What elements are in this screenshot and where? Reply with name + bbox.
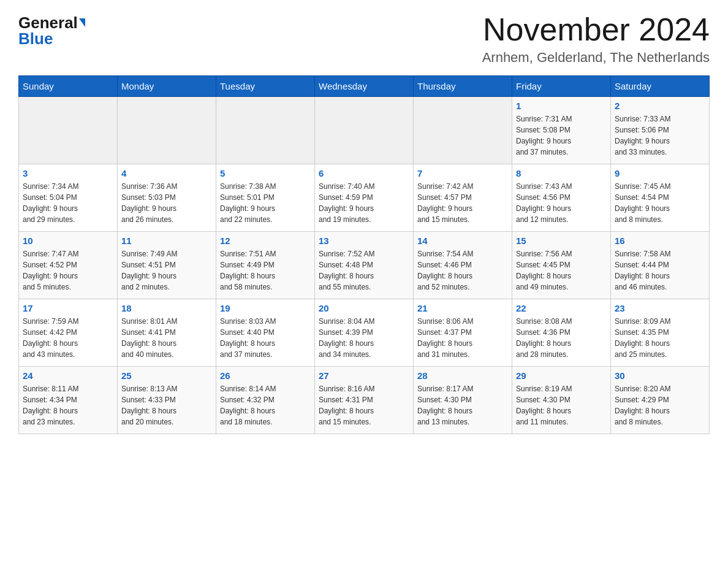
day-cell: 11Sunrise: 7:49 AM Sunset: 4:51 PM Dayli… — [118, 232, 216, 299]
logo-general: General — [18, 15, 78, 31]
day-cell: 24Sunrise: 8:11 AM Sunset: 4:34 PM Dayli… — [19, 367, 118, 434]
week-row-2: 3Sunrise: 7:34 AM Sunset: 5:04 PM Daylig… — [19, 164, 710, 232]
day-info: Sunrise: 8:19 AM Sunset: 4:30 PM Dayligh… — [516, 383, 607, 427]
day-number: 16 — [615, 236, 705, 246]
day-info: Sunrise: 7:49 AM Sunset: 4:51 PM Dayligh… — [121, 248, 212, 293]
day-cell: 13Sunrise: 7:52 AM Sunset: 4:48 PM Dayli… — [315, 232, 414, 299]
day-number: 25 — [121, 370, 212, 381]
day-cell: 4Sunrise: 7:36 AM Sunset: 5:03 PM Daylig… — [118, 164, 216, 232]
day-info: Sunrise: 7:52 AM Sunset: 4:48 PM Dayligh… — [319, 248, 409, 293]
title-block: November 2024 Arnhem, Gelderland, The Ne… — [482, 12, 710, 66]
day-number: 1 — [516, 101, 607, 111]
day-cell: 30Sunrise: 8:20 AM Sunset: 4:29 PM Dayli… — [611, 367, 710, 434]
day-number: 9 — [615, 168, 705, 178]
day-number: 22 — [516, 303, 607, 313]
day-info: Sunrise: 7:42 AM Sunset: 4:57 PM Dayligh… — [417, 181, 508, 225]
day-info: Sunrise: 8:08 AM Sunset: 4:36 PM Dayligh… — [516, 316, 607, 360]
day-info: Sunrise: 8:01 AM Sunset: 4:41 PM Dayligh… — [121, 316, 212, 360]
day-cell: 15Sunrise: 7:56 AM Sunset: 4:45 PM Dayli… — [512, 232, 611, 299]
day-info: Sunrise: 8:04 AM Sunset: 4:39 PM Dayligh… — [319, 316, 409, 360]
day-info: Sunrise: 8:16 AM Sunset: 4:31 PM Dayligh… — [319, 383, 409, 427]
week-row-4: 17Sunrise: 7:59 AM Sunset: 4:42 PM Dayli… — [19, 299, 710, 367]
logo-arrow-icon — [79, 18, 85, 27]
day-info: Sunrise: 8:11 AM Sunset: 4:34 PM Dayligh… — [23, 383, 113, 427]
week-row-5: 24Sunrise: 8:11 AM Sunset: 4:34 PM Dayli… — [19, 367, 710, 434]
page-title: November 2024 — [482, 12, 710, 47]
day-cell — [216, 97, 315, 164]
day-number: 29 — [516, 370, 607, 381]
day-number: 28 — [417, 370, 508, 381]
day-number: 12 — [220, 236, 311, 246]
col-header-monday: Monday — [118, 76, 216, 97]
day-cell: 26Sunrise: 8:14 AM Sunset: 4:32 PM Dayli… — [216, 367, 315, 434]
day-number: 4 — [121, 168, 212, 178]
day-cell: 6Sunrise: 7:40 AM Sunset: 4:59 PM Daylig… — [315, 164, 414, 232]
day-info: Sunrise: 7:33 AM Sunset: 5:06 PM Dayligh… — [615, 113, 705, 158]
col-header-thursday: Thursday — [414, 76, 512, 97]
day-cell: 12Sunrise: 7:51 AM Sunset: 4:49 PM Dayli… — [216, 232, 315, 299]
col-header-wednesday: Wednesday — [315, 76, 414, 97]
day-cell: 18Sunrise: 8:01 AM Sunset: 4:41 PM Dayli… — [118, 299, 216, 367]
day-number: 27 — [319, 370, 409, 381]
day-number: 14 — [417, 236, 508, 246]
day-cell: 14Sunrise: 7:54 AM Sunset: 4:46 PM Dayli… — [414, 232, 512, 299]
day-number: 26 — [220, 370, 311, 381]
day-info: Sunrise: 7:54 AM Sunset: 4:46 PM Dayligh… — [417, 248, 508, 293]
day-info: Sunrise: 7:36 AM Sunset: 5:03 PM Dayligh… — [121, 181, 212, 225]
day-number: 10 — [23, 236, 113, 246]
day-cell: 3Sunrise: 7:34 AM Sunset: 5:04 PM Daylig… — [19, 164, 118, 232]
day-cell: 19Sunrise: 8:03 AM Sunset: 4:40 PM Dayli… — [216, 299, 315, 367]
day-number: 19 — [220, 303, 311, 313]
day-cell: 25Sunrise: 8:13 AM Sunset: 4:33 PM Dayli… — [118, 367, 216, 434]
day-info: Sunrise: 7:51 AM Sunset: 4:49 PM Dayligh… — [220, 248, 311, 293]
day-info: Sunrise: 8:09 AM Sunset: 4:35 PM Dayligh… — [615, 316, 705, 360]
day-number: 7 — [417, 168, 508, 178]
day-cell: 8Sunrise: 7:43 AM Sunset: 4:56 PM Daylig… — [512, 164, 611, 232]
day-info: Sunrise: 8:06 AM Sunset: 4:37 PM Dayligh… — [417, 316, 508, 360]
day-cell — [118, 97, 216, 164]
day-info: Sunrise: 7:43 AM Sunset: 4:56 PM Dayligh… — [516, 181, 607, 225]
week-row-3: 10Sunrise: 7:47 AM Sunset: 4:52 PM Dayli… — [19, 232, 710, 299]
day-info: Sunrise: 8:03 AM Sunset: 4:40 PM Dayligh… — [220, 316, 311, 360]
day-cell: 2Sunrise: 7:33 AM Sunset: 5:06 PM Daylig… — [611, 97, 710, 164]
day-number: 2 — [615, 101, 705, 111]
day-cell: 20Sunrise: 8:04 AM Sunset: 4:39 PM Dayli… — [315, 299, 414, 367]
day-info: Sunrise: 7:45 AM Sunset: 4:54 PM Dayligh… — [615, 181, 705, 225]
day-info: Sunrise: 7:56 AM Sunset: 4:45 PM Dayligh… — [516, 248, 607, 293]
calendar-header-row: SundayMondayTuesdayWednesdayThursdayFrid… — [19, 76, 710, 97]
day-number: 17 — [23, 303, 113, 313]
day-cell: 16Sunrise: 7:58 AM Sunset: 4:44 PM Dayli… — [611, 232, 710, 299]
day-cell: 10Sunrise: 7:47 AM Sunset: 4:52 PM Dayli… — [19, 232, 118, 299]
col-header-friday: Friday — [512, 76, 611, 97]
col-header-saturday: Saturday — [611, 76, 710, 97]
day-cell: 1Sunrise: 7:31 AM Sunset: 5:08 PM Daylig… — [512, 97, 611, 164]
day-number: 8 — [516, 168, 607, 178]
col-header-sunday: Sunday — [19, 76, 118, 97]
day-number: 15 — [516, 236, 607, 246]
day-number: 20 — [319, 303, 409, 313]
day-cell: 7Sunrise: 7:42 AM Sunset: 4:57 PM Daylig… — [414, 164, 512, 232]
day-info: Sunrise: 8:14 AM Sunset: 4:32 PM Dayligh… — [220, 383, 311, 427]
day-cell: 23Sunrise: 8:09 AM Sunset: 4:35 PM Dayli… — [611, 299, 710, 367]
logo-blue: Blue — [18, 31, 53, 47]
day-number: 18 — [121, 303, 212, 313]
day-number: 5 — [220, 168, 311, 178]
day-cell: 21Sunrise: 8:06 AM Sunset: 4:37 PM Dayli… — [414, 299, 512, 367]
day-info: Sunrise: 7:47 AM Sunset: 4:52 PM Dayligh… — [23, 248, 113, 293]
day-cell: 27Sunrise: 8:16 AM Sunset: 4:31 PM Dayli… — [315, 367, 414, 434]
week-row-1: 1Sunrise: 7:31 AM Sunset: 5:08 PM Daylig… — [19, 97, 710, 164]
subtitle: Arnhem, Gelderland, The Netherlands — [482, 50, 710, 66]
day-cell — [414, 97, 512, 164]
day-info: Sunrise: 7:31 AM Sunset: 5:08 PM Dayligh… — [516, 113, 607, 158]
day-cell — [315, 97, 414, 164]
page-header: General Blue November 2024 Arnhem, Gelde… — [18, 12, 710, 66]
day-info: Sunrise: 8:17 AM Sunset: 4:30 PM Dayligh… — [417, 383, 508, 427]
day-info: Sunrise: 7:58 AM Sunset: 4:44 PM Dayligh… — [615, 248, 705, 293]
day-info: Sunrise: 7:38 AM Sunset: 5:01 PM Dayligh… — [220, 181, 311, 225]
day-info: Sunrise: 8:20 AM Sunset: 4:29 PM Dayligh… — [615, 383, 705, 427]
logo: General Blue — [18, 12, 85, 47]
day-cell: 22Sunrise: 8:08 AM Sunset: 4:36 PM Dayli… — [512, 299, 611, 367]
day-number: 21 — [417, 303, 508, 313]
day-number: 6 — [319, 168, 409, 178]
day-cell: 9Sunrise: 7:45 AM Sunset: 4:54 PM Daylig… — [611, 164, 710, 232]
